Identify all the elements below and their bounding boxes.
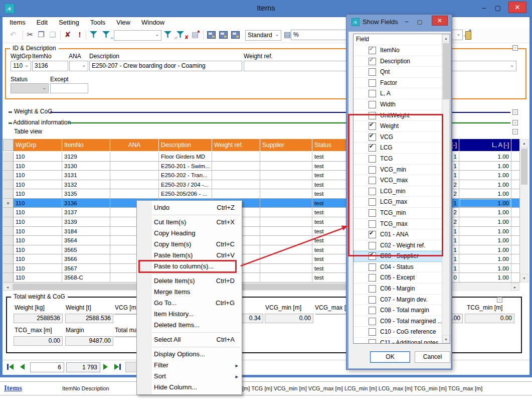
field-row[interactable]: C10 - CoG reference	[353, 327, 450, 338]
cell-la[interactable]: 1.00	[459, 162, 511, 171]
vertical-scrollbar[interactable]: ▲ ▼	[520, 139, 528, 283]
cell-itemno[interactable]: 3566	[62, 254, 110, 264]
col-header-description[interactable]: Description	[159, 139, 212, 151]
field-row[interactable]: C08 - Total margin	[353, 305, 450, 316]
status-combo[interactable]	[11, 83, 49, 93]
context-menu-item[interactable]: Select All Ctrl+A	[137, 334, 242, 345]
cell-wgtgrp[interactable]: 110	[14, 189, 62, 199]
cell-ana[interactable]	[110, 180, 159, 190]
cell-supplier[interactable]	[260, 227, 312, 236]
additional-toggle[interactable]	[9, 122, 12, 124]
field-checkbox[interactable]: ✔	[369, 231, 376, 238]
field-row[interactable]: C09 - Total margined ...	[353, 316, 450, 327]
cell-wgtgrp[interactable]: 110	[14, 254, 62, 264]
cell-la[interactable]: 1.00	[459, 199, 511, 208]
cell-description[interactable]: Floor Girders MD	[159, 152, 212, 162]
context-menu-item[interactable]: Display Options...	[137, 349, 242, 360]
maximize-button[interactable]: ▢	[492, 3, 503, 13]
cell-weight-ref[interactable]	[212, 180, 260, 190]
cell-itemno[interactable]: 3568-C	[62, 273, 110, 283]
field-checkbox[interactable]: ✔	[369, 133, 376, 141]
cell-partial[interactable]	[511, 273, 520, 283]
context-menu-item[interactable]: Paste to column(s)...	[137, 261, 242, 272]
cancel-button[interactable]: Cancel	[415, 351, 450, 363]
layout-preset-combo[interactable]: Standard	[245, 30, 281, 41]
cell-partial[interactable]	[511, 199, 520, 208]
vertical-scroll-thumb[interactable]	[521, 149, 527, 185]
field-checkbox[interactable]	[369, 328, 376, 336]
cell-supplier[interactable]	[260, 162, 312, 171]
field-row[interactable]: VCG_max	[353, 175, 450, 186]
cell-wgtgrp[interactable]: 110	[14, 152, 62, 162]
row-header-cell[interactable]	[3, 152, 14, 162]
cell-la[interactable]: 1.00	[459, 208, 511, 217]
field-row[interactable]: C11 - Additional notes	[353, 338, 450, 344]
cell-itemno[interactable]: 3130	[62, 162, 110, 171]
cell-partial[interactable]	[511, 171, 520, 180]
context-menu-item[interactable]: Hide Column...	[137, 382, 242, 393]
col-header-weight-ref[interactable]: Weight ref.	[212, 139, 260, 151]
cell-supplier[interactable]	[260, 208, 312, 217]
context-menu-item[interactable]: Cut Item(s) Ctrl+X	[137, 217, 242, 228]
field-checkbox[interactable]	[369, 307, 376, 314]
context-menu-item[interactable]: Paste Item(s) Ctrl+V	[137, 250, 242, 261]
cell-itemno[interactable]: 3136	[62, 199, 110, 208]
field-checkbox[interactable]: ✔	[369, 144, 376, 152]
field-row[interactable]: C05 - Except	[353, 272, 450, 284]
weight-cog-toggle[interactable]	[9, 111, 12, 113]
menubar-item[interactable]: View	[111, 17, 136, 28]
field-checkbox[interactable]	[369, 90, 376, 97]
scroll-up-icon[interactable]: ▲	[520, 139, 528, 148]
scroll-left-icon[interactable]: ◄	[4, 283, 12, 291]
first-record-button[interactable]	[7, 364, 14, 370]
dialog-scrollbar[interactable]: ▲ ▼	[442, 34, 450, 343]
cell-wgtgrp[interactable]: 110	[14, 227, 62, 236]
current-record-field[interactable]: 6	[30, 362, 64, 372]
field-row[interactable]: ✔ ItemNo	[353, 45, 450, 56]
field-checkbox[interactable]	[369, 285, 376, 293]
field-checkbox[interactable]	[369, 296, 376, 304]
dialog-maximize-button[interactable]: ▢	[415, 17, 425, 26]
cell-ana[interactable]	[110, 189, 159, 199]
delete-item-icon[interactable]: ✘	[63, 30, 73, 40]
cell-description[interactable]: E250-201 - Swim...	[159, 162, 212, 171]
field-row[interactable]: Factor	[353, 78, 450, 89]
cell-la[interactable]: 1.00	[459, 273, 511, 283]
cell-partial[interactable]	[511, 189, 520, 199]
field-checkbox[interactable]	[369, 242, 376, 249]
cell-itemno[interactable]: 3132	[62, 180, 110, 190]
field-row[interactable]: VCG_min	[353, 165, 450, 176]
field-row[interactable]: Width	[353, 99, 450, 110]
previous-record-button[interactable]	[20, 364, 25, 370]
filter-icon[interactable]	[90, 30, 101, 40]
cell-la[interactable]: 1.00	[459, 217, 511, 227]
field-checkbox[interactable]: ✔	[369, 58, 376, 65]
menubar-item[interactable]: Setting	[53, 17, 84, 28]
col-header-itemno[interactable]: ItemNo	[62, 139, 110, 151]
row-header-cell[interactable]	[3, 264, 14, 273]
context-menu-item[interactable]: Go To... Ctrl+G	[137, 298, 242, 309]
row-header-cell[interactable]	[3, 236, 14, 245]
scroll-right-icon[interactable]: ►	[511, 283, 519, 291]
cell-supplier[interactable]	[260, 189, 312, 199]
cell-supplier[interactable]	[260, 152, 312, 162]
cell-wgtgrp[interactable]: 110	[14, 217, 62, 227]
paste-icon[interactable]: ❑	[48, 30, 58, 40]
context-menu-item[interactable]: Sort ▸	[137, 371, 242, 382]
col-header-wgtgrp[interactable]: WgtGrp	[14, 139, 62, 151]
row-header-cell[interactable]	[3, 217, 14, 227]
col-header-partial[interactable]	[511, 139, 520, 151]
field-row[interactable]: TCG_min	[353, 208, 450, 219]
context-menu-item[interactable]: Copy Item(s) Ctrl+C	[137, 239, 242, 250]
row-header-cell[interactable]	[3, 171, 14, 180]
cell-itemno[interactable]: 3129	[62, 152, 110, 162]
cell-supplier[interactable]	[260, 171, 312, 180]
cell-partial[interactable]	[511, 236, 520, 245]
cell-supplier[interactable]	[260, 236, 312, 245]
required-icon[interactable]: !	[75, 30, 85, 40]
context-menu-item[interactable]: Merge Items	[137, 287, 242, 298]
next-record-button[interactable]	[103, 364, 108, 370]
field-checkbox[interactable]: ✔	[369, 122, 376, 130]
properties-icon[interactable]: ▤	[190, 30, 200, 40]
row-header-cell[interactable]	[3, 162, 14, 171]
